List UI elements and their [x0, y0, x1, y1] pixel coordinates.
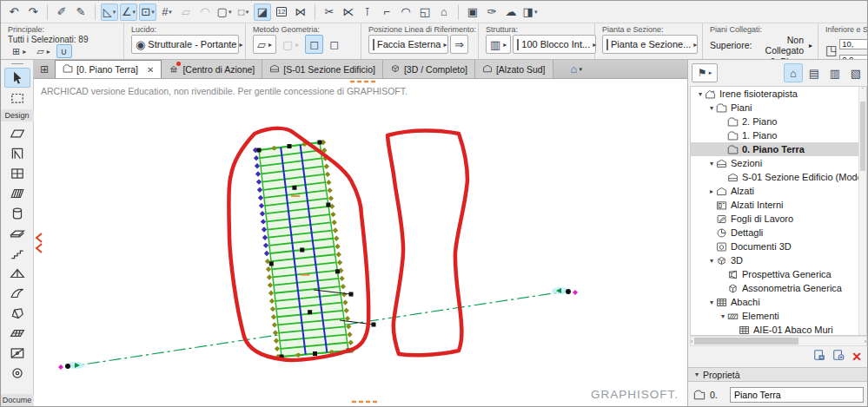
- tree-item-3d[interactable]: ▾3D: [691, 253, 866, 267]
- geometry-chained-button[interactable]: ▢▸: [278, 35, 303, 54]
- expand-arrow-icon[interactable]: ▾: [719, 312, 727, 320]
- quad-view-button[interactable]: ⊞: [34, 60, 55, 78]
- arrow-tool[interactable]: [4, 68, 30, 88]
- tab-0-piano-terra[interactable]: [0. Piano Terra]✕: [55, 60, 162, 78]
- publisher-sets-button[interactable]: ▧: [846, 63, 865, 82]
- undo-icon[interactable]: ↶: [5, 3, 23, 21]
- save-view-button[interactable]: [813, 349, 825, 364]
- slab-tool[interactable]: [4, 223, 30, 243]
- flip-reference-button[interactable]: ⇒: [450, 35, 468, 54]
- close-icon[interactable]: ✕: [147, 65, 154, 75]
- redo-icon[interactable]: ↷: [24, 3, 42, 21]
- window-tool[interactable]: [4, 163, 30, 183]
- tree-horizontal-scrollbar[interactable]: ‹›: [690, 336, 867, 346]
- tree-vertical-scrollbar[interactable]: ˆ: [858, 87, 866, 335]
- inject-parameters-icon[interactable]: ✎: [72, 3, 89, 21]
- fit-in-window-icon[interactable]: ⌂: [435, 3, 453, 21]
- trace-reference-icon[interactable]: ◪: [254, 3, 271, 21]
- suspend-groups-icon[interactable]: ▱: [177, 3, 195, 21]
- tree-item-0-piano-terra[interactable]: 0. Piano Terra: [691, 142, 866, 156]
- tree-item-alzati[interactable]: ▸Alzati: [691, 184, 866, 198]
- story-name-field[interactable]: [730, 387, 864, 403]
- door-tool[interactable]: [4, 143, 30, 163]
- column-tool[interactable]: [4, 203, 30, 223]
- expand-arrow-icon[interactable]: ▸: [707, 187, 716, 195]
- project-chooser-button[interactable]: ⚑▸: [692, 63, 718, 82]
- object-tool[interactable]: [4, 363, 30, 383]
- settings-dialog-button[interactable]: ⊞▸: [8, 44, 30, 58]
- tree-item-1-piano[interactable]: 1. Piano: [691, 128, 866, 142]
- stretch-icon[interactable]: ⋈: [292, 3, 309, 21]
- magnet-toggle-button[interactable]: ∪: [56, 44, 72, 58]
- composite-button[interactable]: 100 Blocco Int... ▸: [513, 35, 596, 54]
- new-viewpoint-button[interactable]: [832, 349, 845, 364]
- cloud-save-icon[interactable]: ☁: [502, 3, 520, 21]
- delete-viewpoint-button[interactable]: ✕: [851, 350, 862, 364]
- drawing-canvas[interactable]: ARCHICAD versione Education, non rivendi…: [34, 79, 687, 407]
- tree-item-documenti-3d[interactable]: Documenti 3D: [691, 240, 866, 253]
- publish-icon[interactable]: ◨▾: [521, 3, 539, 21]
- tree-item-elementi[interactable]: ▾Elementi: [691, 309, 866, 323]
- shell-tool[interactable]: [4, 283, 30, 303]
- group-selection-icon[interactable]: ▢▾: [215, 3, 233, 21]
- roof-tool[interactable]: [4, 263, 30, 283]
- geometry-straight-button[interactable]: ▱▸: [253, 35, 276, 54]
- grid-snap-icon[interactable]: #▾: [158, 3, 176, 21]
- expand-arrow-icon[interactable]: ▾: [707, 257, 716, 265]
- wall-tool[interactable]: [4, 123, 30, 143]
- tab-s-01-sezione-edificio[interactable]: [S-01 Sezione Edificio]: [262, 60, 383, 78]
- mesh-tool[interactable]: [4, 323, 30, 343]
- adjust-icon[interactable]: ⋉: [340, 3, 357, 21]
- top-offset-field[interactable]: [839, 39, 867, 49]
- tab-centro-di-azione[interactable]: [Centro di Azione]: [162, 60, 262, 78]
- zone-tool[interactable]: [4, 343, 30, 363]
- guide-lines-icon[interactable]: ◺▾: [101, 3, 118, 21]
- project-map-button[interactable]: ⌂: [784, 63, 803, 82]
- tab-3d-completo[interactable]: [3D / Completo]: [383, 60, 475, 78]
- properties-header[interactable]: ▾ Proprietà: [688, 367, 868, 382]
- resize-icon[interactable]: ◱: [416, 3, 434, 21]
- layout-book-button[interactable]: ▥: [825, 63, 845, 82]
- measure-icon[interactable]: ⊺: [359, 3, 376, 21]
- expand-arrow-icon[interactable]: ▾: [707, 299, 716, 306]
- structure-type-button[interactable]: ▥▸: [486, 35, 511, 54]
- expand-arrow-icon[interactable]: ▾: [707, 104, 716, 112]
- pick-up-parameters-icon[interactable]: ✐: [53, 3, 70, 21]
- tab-list-dropdown[interactable]: ⌂▾: [566, 60, 587, 78]
- tree-item-piani[interactable]: ▾Piani: [691, 101, 866, 115]
- tree-item-abachi[interactable]: ▾Abachi: [691, 295, 866, 309]
- marquee-tool[interactable]: [4, 88, 30, 108]
- morph-tool[interactable]: [4, 303, 30, 323]
- tree-item-dettagli[interactable]: Dettagli: [691, 226, 866, 240]
- floorplan-display-button[interactable]: Pianta e Sezione... ▸: [602, 35, 698, 54]
- lock-icon[interactable]: ◘▾: [235, 3, 252, 21]
- tree-item-s-01-sezione-edificio-modello-[interactable]: S-01 Sezione Edificio (Modello con ric: [691, 170, 866, 184]
- view-map-button[interactable]: ▤: [805, 63, 824, 82]
- geometry-box-button[interactable]: ◻: [305, 35, 323, 54]
- layer-selector-button[interactable]: ◉ Strutturale - Portante ▸: [131, 35, 239, 54]
- tree-item-fogli-di-lavoro[interactable]: Fogli di Lavoro: [691, 212, 866, 226]
- selection-mode-button[interactable]: ▱▸: [32, 44, 54, 58]
- edit-selection-set-icon[interactable]: ▣: [464, 3, 481, 21]
- tree-item-assonometria-generica[interactable]: Assonometria Generica: [691, 281, 866, 295]
- quill-icon[interactable]: ◠: [196, 3, 214, 21]
- tree-item-irene-fisioterapista[interactable]: ▾Irene fisioterapista: [691, 87, 866, 101]
- split-icon[interactable]: ✂: [321, 3, 338, 21]
- toolbox-drag-handle[interactable]: [11, 63, 23, 65]
- dimension-units-icon[interactable]: 12: [273, 3, 290, 21]
- tree-item-sezioni[interactable]: ▾Sezioni: [691, 156, 866, 170]
- stair-tool[interactable]: [4, 243, 30, 263]
- tab-alzato-sud[interactable]: [Alzato Sud]: [475, 60, 553, 78]
- tree-item-aie-01-abaco-muri[interactable]: AIE-01 Abaco Muri: [691, 323, 866, 336]
- tree-item-prospettiva-generica[interactable]: Prospettiva Generica: [691, 267, 866, 281]
- tree-item-2-piano[interactable]: 2. Piano: [691, 115, 866, 128]
- geometry-curved-button[interactable]: ◻: [325, 35, 343, 54]
- fillet-icon[interactable]: ◠: [397, 3, 414, 21]
- superiore-popup-button[interactable]: ▸: [809, 42, 812, 49]
- expand-arrow-icon[interactable]: ▾: [707, 160, 716, 167]
- snap-guides-icon[interactable]: ∠▾: [120, 3, 137, 21]
- curtain-wall-tool[interactable]: [4, 183, 30, 203]
- tree-item-alzati-interni[interactable]: Alzati Interni: [691, 198, 866, 212]
- snap-reference-icon[interactable]: ⊡▾: [139, 3, 156, 21]
- intersect-icon[interactable]: ⌐: [378, 3, 395, 21]
